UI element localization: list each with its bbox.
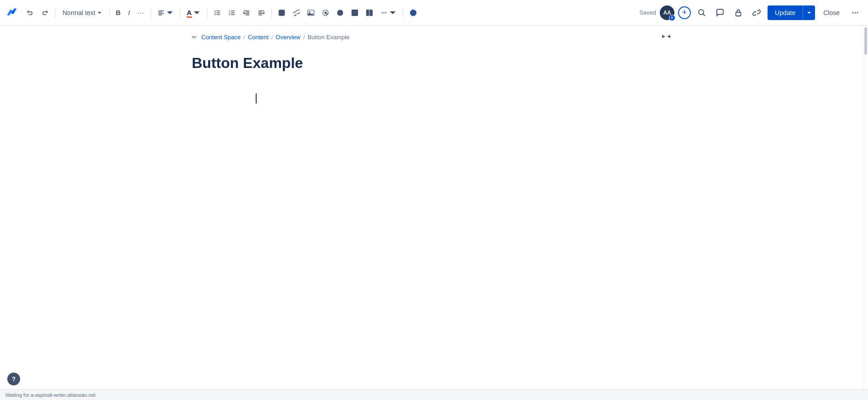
scrollbar-track[interactable]: [863, 26, 868, 400]
text-style-dropdown[interactable]: Normal text: [59, 7, 105, 18]
editor-area[interactable]: [0, 73, 863, 301]
mention-button[interactable]: [319, 7, 332, 18]
more-options-button[interactable]: [848, 5, 863, 20]
update-dropdown-button[interactable]: [803, 5, 815, 20]
divider-4: [180, 7, 180, 18]
svg-point-30: [385, 12, 387, 13]
expand-icon[interactable]: [662, 33, 671, 41]
page-title-area: Button Example: [0, 45, 863, 73]
outdent-button[interactable]: [240, 7, 253, 18]
svg-point-17: [324, 11, 326, 14]
svg-rect-10: [231, 12, 235, 13]
breadcrumb: ✏ Content Space / Content / Overview / B…: [192, 34, 349, 41]
restrict-button[interactable]: [731, 5, 746, 20]
layout-button[interactable]: [363, 7, 376, 18]
link-button[interactable]: [290, 7, 303, 18]
svg-point-5: [215, 14, 216, 15]
edit-icon: ✏: [192, 34, 197, 41]
svg-point-31: [699, 10, 704, 15]
add-collaborators-button[interactable]: +: [678, 6, 691, 19]
status-bar: Waiting for a-aspinall-writer.atlassian.…: [0, 389, 868, 400]
emoji-button[interactable]: [334, 7, 347, 18]
svg-point-3: [215, 12, 216, 13]
insert-button[interactable]: [378, 7, 399, 18]
svg-point-18: [337, 10, 343, 16]
image-button[interactable]: [305, 7, 317, 18]
svg-point-19: [339, 11, 340, 12]
svg-point-36: [857, 12, 858, 13]
align-button[interactable]: [155, 7, 176, 18]
italic-button[interactable]: I: [125, 7, 132, 18]
svg-point-15: [309, 11, 310, 12]
svg-point-29: [382, 12, 383, 13]
svg-line-32: [703, 14, 705, 16]
svg-rect-8: [231, 10, 235, 11]
toolbar: Normal text B I ··· A 1.2.3.: [0, 0, 868, 26]
status-text: Waiting for a-aspinall-writer.atlassian.…: [5, 392, 95, 398]
numbered-list-button[interactable]: 1.2.3.: [226, 7, 238, 18]
svg-rect-27: [370, 10, 373, 16]
divider-1: [55, 7, 55, 18]
divider-5: [207, 7, 207, 18]
divider-7: [403, 7, 403, 18]
breadcrumb-area: ✏ Content Space / Content / Overview / B…: [0, 26, 863, 45]
breadcrumb-content[interactable]: Content: [248, 34, 269, 41]
bullet-list-button[interactable]: [211, 7, 224, 18]
table-button[interactable]: [348, 7, 361, 18]
svg-rect-12: [231, 14, 235, 15]
svg-text:3.: 3.: [229, 13, 231, 16]
text-style-label: Normal text: [63, 9, 95, 16]
breadcrumb-sep-3: /: [303, 34, 305, 41]
main-content[interactable]: ✏ Content Space / Content / Overview / B…: [0, 26, 863, 400]
svg-rect-6: [216, 14, 220, 15]
search-button[interactable]: [694, 5, 709, 20]
indent-button[interactable]: [255, 7, 268, 18]
bold-button[interactable]: B: [113, 7, 124, 18]
help-button[interactable]: ?: [7, 373, 20, 385]
undo-button[interactable]: [24, 7, 37, 18]
update-button-group: Update: [768, 5, 815, 20]
svg-rect-33: [736, 12, 741, 16]
more-formatting-button[interactable]: ···: [135, 7, 147, 18]
svg-rect-26: [366, 10, 369, 16]
svg-point-34: [852, 12, 854, 13]
svg-rect-21: [352, 10, 358, 16]
update-button[interactable]: Update: [768, 5, 803, 20]
breadcrumb-sep-2: /: [271, 34, 273, 41]
text-color-button[interactable]: A: [184, 7, 203, 18]
breadcrumb-current: Button Example: [308, 34, 350, 41]
toolbar-right: Saved AA ✕ + Update: [639, 5, 863, 20]
divider-6: [271, 7, 272, 18]
saved-status: Saved: [639, 9, 656, 16]
user-avatar-container[interactable]: AA ✕: [660, 5, 674, 20]
svg-point-20: [341, 11, 342, 12]
svg-rect-4: [216, 12, 220, 13]
svg-point-28: [384, 12, 385, 13]
comment-button[interactable]: [713, 5, 727, 20]
svg-rect-2: [216, 10, 220, 11]
divider-3: [151, 7, 151, 18]
content-wrapper: ✏ Content Space / Content / Overview / B…: [0, 26, 868, 400]
breadcrumb-content-space[interactable]: Content Space: [201, 34, 241, 41]
close-button[interactable]: Close: [819, 6, 844, 19]
redo-button[interactable]: [38, 7, 51, 18]
svg-rect-13: [279, 10, 284, 16]
breadcrumb-sep-1: /: [243, 34, 245, 41]
breadcrumb-overview[interactable]: Overview: [276, 34, 300, 41]
text-cursor: [256, 94, 257, 104]
page-title[interactable]: Button Example: [192, 54, 671, 73]
divider-2: [109, 7, 110, 18]
confluence-logo[interactable]: [5, 5, 18, 20]
scrollbar-thumb[interactable]: [864, 27, 867, 55]
svg-point-35: [855, 12, 856, 13]
copy-link-button[interactable]: [749, 5, 764, 20]
avatar-badge: ✕: [669, 15, 675, 21]
svg-point-1: [215, 10, 216, 11]
action-item-button[interactable]: [275, 7, 288, 18]
ai-button[interactable]: [407, 7, 420, 18]
